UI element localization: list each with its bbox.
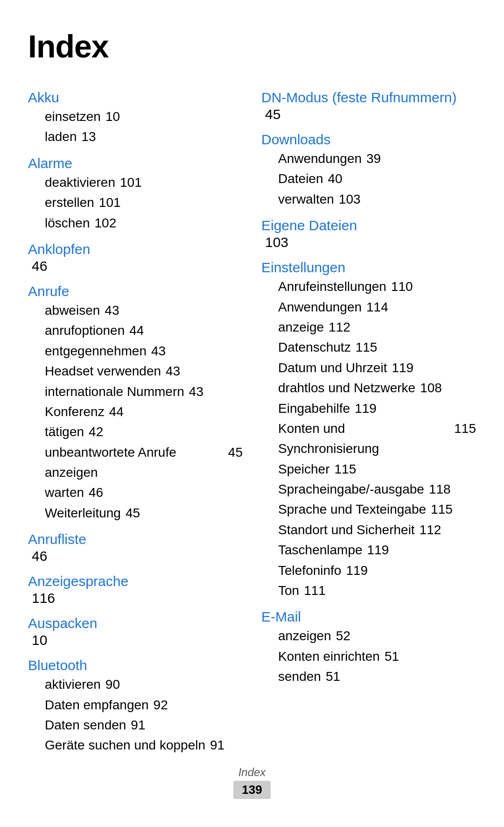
index-entry: EinstellungenAnrufeinstellungen110Anwend… [261, 253, 476, 601]
sub-entry: Konferenz44 [28, 402, 243, 422]
sub-entry-label: Standort und Sicherheit [278, 520, 415, 540]
sub-entry-page: 119 [367, 540, 389, 560]
sub-entry-page: 10 [105, 106, 120, 127]
sub-entry: Geräte suchen und koppeln91 [28, 735, 243, 755]
index-entry: Anrufeabweisen43anrufoptionen44entgegenn… [28, 277, 243, 523]
index-entry: Eigene Dateien 103 [261, 211, 476, 251]
sub-entry: Anrufeinstellungen110 [261, 276, 476, 297]
sub-entry: Ton111 [261, 580, 476, 601]
sub-entry: Konten einrichten51 [261, 646, 476, 666]
sub-entry: einsetzen10 [28, 106, 243, 127]
sub-entry: erstellen101 [28, 192, 243, 212]
sub-entry-page: 43 [151, 341, 166, 361]
sub-entry-label: anzeigen [278, 626, 331, 646]
entry-heading: Alarme [28, 156, 243, 171]
sub-entry: anzeige112 [261, 317, 476, 337]
sub-entry-page: 108 [420, 378, 442, 398]
sub-entry-page: 119 [346, 560, 368, 580]
sub-entry-label: laden [45, 127, 77, 147]
sub-entry-label: Konferenz [45, 402, 105, 422]
entry-heading-page: 46 [32, 258, 47, 274]
sub-entry: Sprache und Texteingabe115 [261, 499, 476, 519]
entry-heading: Auspacken [28, 615, 243, 631]
sub-entry-label: Anwendungen [278, 148, 362, 169]
sub-entry-page: 44 [109, 402, 124, 422]
entry-heading: DN-Modus (feste Rufnummern) [261, 90, 476, 106]
sub-entry: Eingabehilfe119 [261, 398, 476, 418]
sub-entry-label: Datum und Uhrzeit [278, 358, 387, 378]
sub-entry: Dateien40 [261, 169, 476, 189]
entry-heading: Anzeigesprache [28, 573, 243, 589]
sub-entry-page: 112 [420, 520, 441, 540]
sub-entry: Anwendungen114 [261, 297, 476, 317]
index-entry: Auspacken 10 [28, 609, 243, 649]
sub-entry-label: Headset verwenden [45, 361, 161, 381]
index-entry: DownloadsAnwendungen39Dateien40verwalten… [261, 125, 476, 209]
sub-entry: laden13 [28, 127, 243, 147]
sub-entry: Spracheingabe/-ausgabe118 [261, 479, 476, 499]
sub-entry-page: 101 [120, 172, 142, 192]
sub-entry-page: 13 [82, 127, 96, 147]
sub-entry: deaktivieren101 [28, 172, 243, 192]
sub-entry: Daten empfangen92 [28, 695, 243, 715]
entry-heading: Eigene Dateien [261, 218, 476, 233]
page-number: 139 [233, 781, 270, 799]
sub-entry-label: aktivieren [45, 674, 101, 694]
sub-entry-page: 44 [129, 320, 144, 340]
sub-entry-label: Weiterleitung [45, 503, 121, 523]
sub-entry-label: Ton [278, 580, 299, 601]
index-entry: Anrufliste 46 [28, 525, 243, 565]
sub-entry-page: 51 [385, 646, 399, 666]
sub-entry-label: drahtlos und Netzwerke [278, 378, 415, 398]
sub-entry-label: Geräte suchen und koppeln [45, 735, 205, 755]
sub-entry-label: warten [45, 482, 84, 502]
sub-entry: internationale Nummern43 [28, 382, 243, 402]
sub-entry-page: 40 [328, 169, 343, 189]
sub-entry-label: erstellen [45, 192, 94, 212]
index-container: Akkueinsetzen10laden13Alarmedeaktivieren… [28, 83, 476, 757]
sub-entry: Standort und Sicherheit112 [261, 520, 476, 540]
sub-entry-page: 115 [335, 459, 357, 479]
sub-entry-label: einsetzen [45, 106, 101, 127]
index-entry: E-Mailanzeigen52Konten einrichten51sende… [261, 602, 476, 686]
sub-entry: drahtlos und Netzwerke108 [261, 378, 476, 398]
sub-entry-page: 103 [339, 189, 361, 209]
sub-entry: abweisen43 [28, 300, 243, 320]
sub-entry-label: verwalten [278, 189, 334, 209]
sub-entry-page: 90 [105, 674, 120, 694]
index-entry: Akkueinsetzen10laden13 [28, 83, 243, 147]
sub-entry-label: Sprache und Texteingabe [278, 499, 426, 519]
sub-entry: Daten senden91 [28, 715, 243, 735]
index-entry: Anklopfen 46 [28, 235, 243, 275]
sub-entry-page: 42 [89, 422, 103, 442]
sub-entry-page: 39 [366, 148, 381, 169]
sub-entry-label: abweisen [45, 300, 100, 320]
page-title: Index [28, 28, 476, 64]
sub-entry-page: 119 [355, 398, 377, 418]
sub-entry-label: Daten empfangen [45, 695, 149, 715]
sub-entry-page: 91 [210, 735, 224, 755]
sub-entry-page: 43 [105, 300, 119, 320]
sub-entry: Datum und Uhrzeit119 [261, 358, 476, 378]
entry-heading-page: 103 [265, 234, 288, 250]
sub-entry: Telefoninfo119 [261, 560, 476, 580]
sub-entry-page: 115 [356, 337, 378, 357]
sub-entry: senden51 [261, 666, 476, 686]
sub-entry: Headset verwenden43 [28, 361, 243, 381]
entry-heading: Downloads [261, 132, 476, 148]
sub-entry-label: Spracheingabe/-ausgabe [278, 479, 424, 499]
page-footer: Index 139 [0, 766, 504, 799]
sub-entry-page: 91 [131, 715, 145, 735]
sub-entry: anrufoptionen44 [28, 320, 243, 340]
sub-entry-label: Datenschutz [278, 337, 351, 357]
index-entry: Bluetoothaktivieren90Daten empfangen92Da… [28, 651, 243, 756]
sub-entry-label: Konten und Synchronisierung [278, 418, 449, 459]
sub-entry-page: 43 [189, 382, 203, 402]
sub-entry-page: 119 [392, 358, 413, 378]
entry-heading-page: 10 [32, 632, 47, 648]
entry-heading: E-Mail [261, 609, 476, 625]
sub-entry-label: Speicher [278, 459, 330, 479]
entry-heading-page: 45 [265, 106, 280, 122]
sub-entry-label: Anwendungen [278, 297, 362, 317]
entry-heading-page: 46 [32, 548, 47, 564]
